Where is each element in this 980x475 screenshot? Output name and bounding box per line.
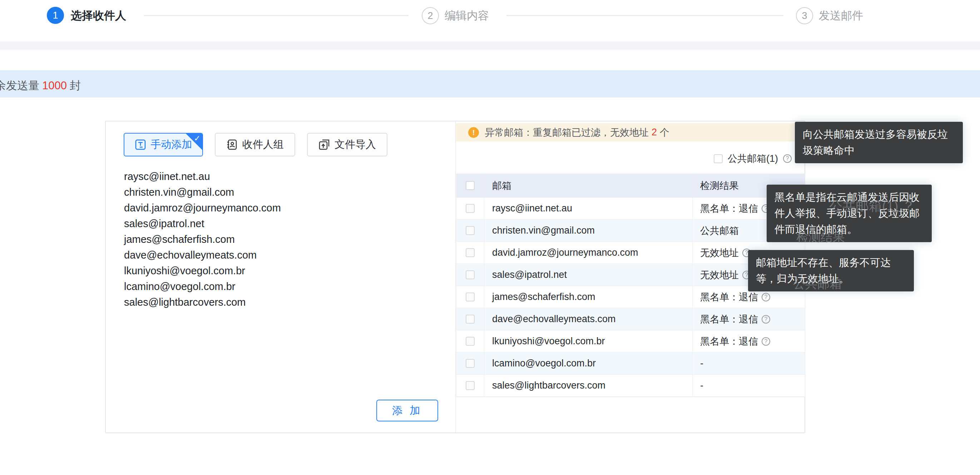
table-row: raysc@iinet.net.au黑名单：退信? (457, 197, 805, 220)
tab-label: 文件导入 (334, 138, 376, 152)
tab-recipient-group[interactable]: 收件人组 (215, 133, 295, 156)
row-checkbox-cell (457, 353, 484, 374)
email-cell: david.jamroz@journeymanco.com (484, 242, 693, 264)
recipient-source-tabs: 手动添加✓收件人组文件导入 (124, 133, 387, 156)
row-checkbox[interactable] (466, 226, 475, 235)
warning-count: 2 (649, 127, 660, 138)
result-help-icon[interactable]: ? (762, 337, 770, 346)
step-connector-1 (144, 15, 409, 16)
result-text: 无效地址 (700, 246, 739, 259)
recipient-email-line: christen.vin@gmail.com (124, 184, 281, 200)
quota-banner: 剩余发送量1000封 (0, 70, 980, 97)
public-mailbox-label: 公共邮箱(1) (728, 152, 778, 165)
result-cell: - (693, 353, 805, 374)
result-cell: 黑名单：退信? (693, 330, 805, 352)
table-row: dave@echovalleymeats.com黑名单：退信? (457, 308, 805, 330)
table-row: lkuniyoshi@voegol.com.br黑名单：退信? (457, 330, 805, 353)
result-cell: 黑名单：退信? (693, 308, 805, 330)
result-text: 黑名单：退信 (700, 202, 758, 215)
abnormal-mailbox-warning: ! 异常邮箱：重复邮箱已过滤，无效地址 2 个 (456, 123, 805, 141)
tab-manual-add[interactable]: 手动添加✓ (124, 133, 203, 156)
warning-text: 异常邮箱：重复邮箱已过滤，无效地址 (485, 126, 649, 139)
row-checkbox[interactable] (466, 270, 475, 279)
table-row: sales@lightbarcovers.com- (457, 375, 805, 397)
add-button[interactable]: 添 加 (376, 400, 438, 421)
manual-add-icon (135, 139, 146, 150)
step-1-label: 选择收件人 (71, 10, 126, 22)
step-connector-2 (506, 15, 783, 16)
public-mailbox-checkbox[interactable] (714, 154, 723, 163)
row-checkbox-cell (457, 375, 484, 396)
quota-label: 剩余发送量 (0, 79, 39, 92)
warning-icon: ! (468, 127, 479, 138)
tab-label: 收件人组 (242, 138, 284, 152)
recipient-email-line: dave@echovalleymeats.com (124, 247, 281, 263)
result-text: 公共邮箱 (700, 224, 739, 237)
tab-file-import[interactable]: 文件导入 (307, 133, 387, 156)
row-checkbox[interactable] (466, 381, 475, 390)
email-cell: christen.vin@gmail.com (484, 220, 693, 241)
row-checkbox[interactable] (466, 315, 475, 324)
email-cell: sales@ipatrol.net (484, 264, 693, 286)
email-cell: raysc@iinet.net.au (484, 197, 693, 219)
step-1-circle: 1 (47, 7, 64, 24)
tooltip-public-mailbox: 向公共邮箱发送过多容易被反垃圾策略命中 (795, 122, 963, 163)
email-cell: sales@lightbarcovers.com (484, 375, 693, 396)
result-text: 黑名单：退信 (700, 335, 758, 348)
row-checkbox-cell (457, 286, 484, 308)
quota-count: 1000 (39, 79, 70, 92)
header-divider-strip (0, 41, 980, 50)
check-icon: ✓ (194, 134, 200, 143)
recipient-card: 手动添加✓收件人组文件导入 raysc@iinet.net.auchristen… (105, 121, 805, 433)
step-3-label: 发送邮件 (819, 10, 863, 22)
warning-suffix: 个 (660, 126, 670, 139)
result-help-icon[interactable]: ? (762, 293, 770, 302)
step-2-label: 编辑内容 (445, 10, 489, 22)
panel-divider (455, 121, 456, 432)
public-mailbox-filter: 公共邮箱(1) ? (714, 152, 792, 165)
recipient-input-area[interactable]: raysc@iinet.net.auchristen.vin@gmail.com… (124, 168, 281, 310)
recipient-email-line: james@schaferfish.com (124, 232, 281, 247)
step-3-circle: 3 (796, 7, 813, 24)
result-text: 黑名单：退信 (700, 313, 758, 326)
recipient-email-line: sales@ipatrol.net (124, 216, 281, 232)
result-text: 无效地址 (700, 268, 739, 281)
tooltip-blacklist: 黑名单是指在云邮通发送后因收件人举报、手动退订、反垃圾邮件而退信的邮箱。 (767, 185, 932, 242)
recipient-email-line: sales@lightbarcovers.com (124, 294, 281, 310)
column-header-email: 邮箱 (484, 174, 693, 197)
tooltip-invalid-address: 邮箱地址不存在、服务不可达等，归为无效地址。 (748, 250, 914, 291)
result-text: - (700, 380, 703, 391)
email-cell: dave@echovalleymeats.com (484, 308, 693, 330)
row-checkbox[interactable] (466, 248, 475, 257)
email-cell: lkuniyoshi@voegol.com.br (484, 330, 693, 352)
result-text: 黑名单：退信 (700, 291, 758, 303)
row-checkbox-cell (457, 197, 484, 219)
row-checkbox[interactable] (466, 359, 475, 368)
recipient-group-icon (226, 139, 238, 150)
result-cell: - (693, 375, 805, 396)
public-mailbox-help-icon[interactable]: ? (783, 154, 792, 163)
row-checkbox[interactable] (466, 204, 475, 213)
file-import-icon (318, 139, 330, 150)
recipient-email-line: lkuniyoshi@voegol.com.br (124, 263, 281, 278)
row-checkbox[interactable] (466, 292, 475, 302)
step-2-circle: 2 (422, 7, 439, 24)
row-checkbox-cell (457, 242, 484, 264)
recipient-email-line: david.jamroz@journeymanco.com (124, 200, 281, 216)
row-checkbox-cell (457, 330, 484, 352)
row-checkbox-cell (457, 308, 484, 330)
row-checkbox-cell (457, 264, 484, 286)
table-header-row: 邮箱检测结果 (457, 174, 805, 197)
row-checkbox-cell (457, 220, 484, 241)
result-help-icon[interactable]: ? (762, 315, 770, 324)
page: 1 选择收件人 2 编辑内容 3 发送邮件 剩余发送量1000封 手动添加✓收件… (0, 0, 980, 475)
table-row: christen.vin@gmail.com公共邮箱 (457, 220, 805, 242)
select-all-cell (457, 174, 484, 197)
table-row: lcamino@voegol.com.br- (457, 353, 805, 375)
recipient-email-line: raysc@iinet.net.au (124, 168, 281, 184)
email-cell: james@schaferfish.com (484, 286, 693, 308)
select-all-checkbox[interactable] (466, 181, 475, 190)
email-cell: lcamino@voegol.com.br (484, 353, 693, 374)
quota-suffix: 封 (70, 79, 81, 92)
row-checkbox[interactable] (466, 337, 475, 346)
